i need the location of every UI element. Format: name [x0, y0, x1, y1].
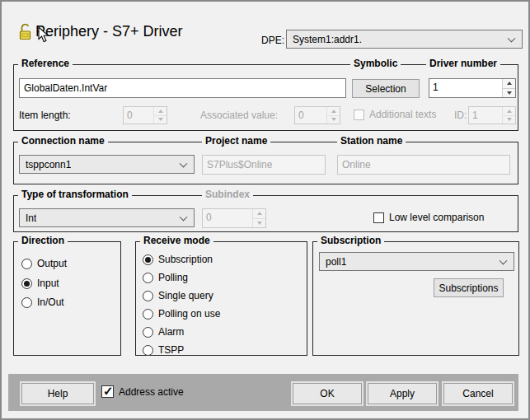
driver-number-spinbox[interactable]: 1	[429, 78, 516, 98]
associated-value-label: Associated value:	[200, 110, 278, 121]
radio-icon	[143, 254, 153, 265]
item-length-spinbox: 0	[123, 106, 167, 124]
dialog-title: Periphery - S7+ Driver	[35, 23, 183, 40]
apply-button[interactable]: Apply	[368, 383, 437, 404]
transformation-group: Type of transformation Subindex Int 0 Lo…	[13, 195, 518, 232]
subscription-combobox[interactable]: poll1	[319, 252, 514, 271]
mouse-cursor-icon	[38, 26, 49, 46]
radio-icon	[143, 327, 153, 338]
radio-label: Input	[37, 278, 59, 289]
reference-input[interactable]	[19, 78, 346, 98]
radio-icon	[21, 297, 32, 308]
item-length-label: Item length:	[19, 110, 71, 121]
chevron-down-icon	[180, 212, 188, 221]
radio-option-single-query[interactable]: Single query	[143, 290, 213, 301]
radio-option-tspp[interactable]: TSPP	[143, 344, 184, 356]
radio-icon	[143, 291, 153, 301]
radio-label: Polling on use	[158, 308, 220, 320]
subindex-group-label: Subindex	[202, 189, 253, 200]
footer-bar: Help Address active OK Apply Cancel	[8, 374, 518, 411]
transformation-group-label: Type of transformation	[18, 189, 132, 200]
dpe-value: System1:addr1.	[293, 34, 362, 45]
help-button[interactable]: Help	[21, 383, 94, 404]
direction-group: Direction Output Input In/Out	[13, 241, 121, 356]
id-spinbox: 1	[468, 106, 516, 124]
address-active-checkbox-row[interactable]: Address active	[101, 385, 184, 398]
ok-button[interactable]: OK	[293, 383, 362, 404]
receive-mode-group: Receive mode Subscription Polling Single…	[135, 241, 307, 356]
associated-value-value: 0	[295, 107, 326, 124]
project-name-group-label: Project name	[202, 135, 270, 147]
radio-option-alarm[interactable]: Alarm	[143, 326, 184, 338]
subscriptions-button[interactable]: Subscriptions	[434, 278, 504, 297]
radio-label: In/Out	[37, 296, 64, 308]
station-name-input	[337, 155, 510, 175]
connection-name-group-label: Connection name	[18, 135, 108, 147]
associated-value-spinbox: 0	[294, 106, 340, 124]
chevron-down-icon	[180, 159, 188, 167]
connection-group: Connection name Project name Station nam…	[13, 142, 518, 184]
subindex-value: 0	[203, 209, 252, 227]
transformation-combobox[interactable]: Int	[19, 208, 195, 227]
radio-option-polling-on-use[interactable]: Polling on use	[143, 308, 220, 320]
cancel-button[interactable]: Cancel	[443, 383, 513, 404]
selection-button[interactable]: Selection	[352, 79, 420, 98]
direction-group-label: Direction	[18, 235, 68, 246]
unlocked-padlock-icon	[18, 22, 33, 44]
radio-icon	[143, 273, 153, 283]
subscription-group: Subscription poll1 Subscriptions	[312, 241, 519, 356]
radio-label: Subscription	[158, 254, 213, 265]
chevron-down-icon	[508, 34, 516, 42]
radio-icon	[143, 309, 153, 320]
dpe-label: DPE:	[261, 35, 284, 46]
radio-option-subscription[interactable]: Subscription	[143, 254, 213, 265]
radio-icon	[21, 278, 32, 289]
connection-name-combobox[interactable]: tsppconn1	[19, 155, 195, 174]
address-active-checkbox[interactable]	[101, 385, 114, 398]
radio-option-output[interactable]: Output	[21, 258, 67, 269]
radio-label: Polling	[158, 272, 188, 283]
spin-up-button[interactable]	[503, 79, 515, 88]
subscription-group-label: Subscription	[317, 235, 384, 246]
symbolic-group-label: Symbolic	[350, 58, 401, 69]
radio-label: Output	[37, 258, 67, 269]
radio-option-in-out[interactable]: In/Out	[21, 296, 64, 308]
connection-name-value: tsppconn1	[26, 159, 71, 170]
project-name-input	[202, 155, 326, 175]
transformation-value: Int	[26, 212, 36, 224]
radio-option-polling[interactable]: Polling	[143, 272, 188, 283]
radio-label: Alarm	[158, 326, 184, 338]
radio-label: TSPP	[158, 344, 184, 356]
additional-texts-checkbox-row: Additional texts	[354, 109, 436, 120]
subscription-value: poll1	[326, 256, 346, 268]
radio-icon	[143, 345, 153, 356]
additional-texts-checkbox	[354, 110, 364, 120]
subindex-spinbox: 0	[202, 208, 266, 228]
radio-icon	[21, 259, 32, 269]
periphery-dialog: Periphery - S7+ Driver DPE: System1:addr…	[0, 0, 530, 420]
dpe-combobox[interactable]: System1:addr1.	[286, 30, 523, 49]
radio-option-input[interactable]: Input	[21, 278, 59, 289]
reference-group-label: Reference	[18, 58, 73, 69]
low-level-comparison-label: Low level comparison	[389, 212, 484, 223]
receive-mode-group-label: Receive mode	[140, 235, 213, 246]
id-label: ID:	[454, 110, 467, 121]
reference-group: Reference Symbolic Driver number Selecti…	[13, 64, 518, 131]
station-name-group-label: Station name	[337, 135, 406, 147]
id-value: 1	[469, 107, 502, 124]
radio-label: Single query	[158, 290, 213, 301]
chevron-down-icon	[500, 256, 508, 264]
address-active-label: Address active	[119, 386, 184, 398]
driver-number-value: 1	[429, 79, 502, 97]
spin-down-button[interactable]	[503, 88, 515, 98]
item-length-value: 0	[124, 107, 153, 124]
low-level-comparison-checkbox[interactable]	[373, 212, 384, 223]
driver-number-group-label: Driver number	[426, 58, 500, 69]
additional-texts-label: Additional texts	[369, 109, 436, 120]
low-level-comparison-checkbox-row[interactable]: Low level comparison	[373, 212, 484, 223]
